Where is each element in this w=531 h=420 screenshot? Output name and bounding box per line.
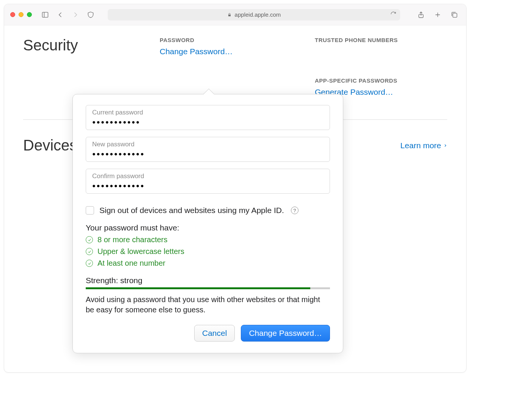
close-window-icon[interactable]: [10, 12, 15, 17]
check-icon: [86, 248, 93, 255]
signout-checkbox[interactable]: [86, 206, 94, 215]
new-password-field[interactable]: New password ●●●●●●●●●●●●: [86, 137, 330, 162]
privacy-shield-icon[interactable]: [85, 9, 96, 20]
check-icon: [86, 236, 93, 243]
requirements-title: Your password must have:: [86, 223, 330, 232]
confirm-password-field[interactable]: Confirm password ●●●●●●●●●●●●: [86, 169, 330, 194]
browser-toolbar: appleid.apple.com: [4, 4, 466, 25]
new-password-value: ●●●●●●●●●●●●: [92, 150, 324, 157]
strength-label: Strength: strong: [86, 276, 330, 285]
security-heading: Security: [23, 37, 160, 97]
requirement-text: At least one number: [97, 259, 165, 268]
signout-checkbox-row: Sign out of devices and websites using m…: [86, 206, 330, 215]
strength-bar: [86, 287, 330, 289]
change-password-popover: Current password ●●●●●●●●●●● New passwor…: [72, 94, 343, 353]
requirement-text: Upper & lowercase letters: [97, 247, 184, 256]
cancel-button[interactable]: Cancel: [194, 325, 235, 342]
password-advice: Avoid using a password that you use with…: [86, 295, 330, 315]
change-password-link[interactable]: Change Password…: [160, 47, 292, 56]
lock-icon: [227, 13, 232, 17]
requirement-item: At least one number: [86, 259, 330, 268]
reload-icon[interactable]: [390, 11, 396, 18]
page-content: Security PASSWORD Change Password… TRUST…: [4, 25, 466, 372]
forward-icon[interactable]: [70, 9, 81, 20]
password-col-header: PASSWORD: [160, 37, 292, 43]
fullscreen-window-icon[interactable]: [27, 12, 32, 17]
tabs-overview-icon[interactable]: [449, 9, 460, 20]
chevron-right-icon: [443, 143, 447, 148]
current-password-label: Current password: [92, 109, 324, 116]
strength-fill: [86, 287, 310, 289]
new-password-label: New password: [92, 141, 324, 148]
new-tab-icon[interactable]: [432, 9, 443, 20]
learn-more-label: Learn more: [401, 141, 441, 150]
sidebar-toggle-icon[interactable]: [39, 9, 51, 20]
address-bar[interactable]: appleid.apple.com: [108, 9, 400, 20]
check-icon: [86, 260, 93, 267]
url-text: appleid.apple.com: [235, 11, 281, 18]
requirement-item: Upper & lowercase letters: [86, 247, 330, 256]
signout-label: Sign out of devices and websites using m…: [99, 206, 284, 215]
change-password-button[interactable]: Change Password…: [241, 325, 330, 342]
trusted-numbers-header: TRUSTED PHONE NUMBERS: [315, 37, 447, 43]
current-password-field[interactable]: Current password ●●●●●●●●●●●: [86, 105, 330, 130]
learn-more-link[interactable]: Learn more: [401, 137, 447, 154]
current-password-value: ●●●●●●●●●●●: [92, 119, 324, 125]
requirement-text: 8 or more characters: [97, 235, 168, 244]
help-icon[interactable]: ?: [291, 207, 298, 214]
confirm-password-value: ●●●●●●●●●●●●: [92, 182, 324, 189]
share-icon[interactable]: [415, 9, 427, 20]
back-icon[interactable]: [55, 9, 66, 20]
safari-window: appleid.apple.com Security PASSWORD Cha: [4, 4, 467, 373]
app-specific-header: APP-SPECIFIC PASSWORDS: [315, 77, 447, 84]
confirm-password-label: Confirm password: [92, 172, 324, 180]
svg-rect-0: [42, 12, 48, 17]
svg-rect-2: [228, 14, 231, 16]
window-controls: [10, 12, 32, 17]
minimize-window-icon[interactable]: [19, 12, 24, 17]
requirement-item: 8 or more characters: [86, 235, 330, 244]
svg-rect-6: [453, 13, 457, 17]
